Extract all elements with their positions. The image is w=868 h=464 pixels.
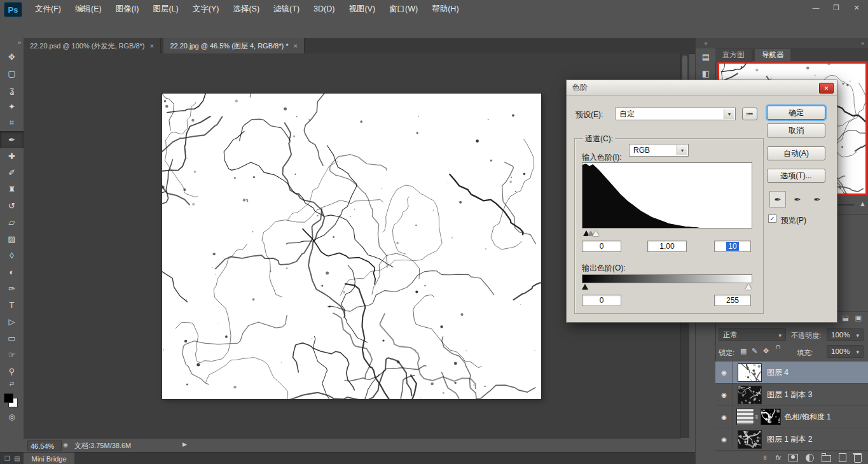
lock-pixels-icon[interactable]: ✎: [752, 347, 757, 355]
auto-button[interactable]: 自动(A): [767, 146, 825, 160]
panel-option-icon[interactable]: ⬓: [842, 314, 848, 322]
layer-thumbnail[interactable]: [738, 364, 761, 381]
menu-image[interactable]: 图像(I): [109, 0, 146, 18]
histogram-panel-icon[interactable]: ▤: [696, 48, 716, 65]
menu-filter[interactable]: 滤镜(T): [266, 0, 307, 18]
lock-transparency-icon[interactable]: ▦: [740, 347, 747, 355]
path-selection-tool[interactable]: ▷: [0, 313, 24, 330]
menu-view[interactable]: 视图(V): [341, 0, 382, 18]
foreground-color-swatch[interactable]: [4, 394, 13, 402]
ok-button[interactable]: 确定: [767, 106, 825, 120]
zoom-level-field[interactable]: 46.54%: [27, 440, 62, 451]
timeline-panel-icon[interactable]: ▤: [14, 455, 20, 462]
dialog-close-button[interactable]: ✕: [819, 83, 834, 94]
brush-tool[interactable]: ✐: [0, 164, 24, 181]
status-expand-icon[interactable]: ▶: [183, 441, 187, 447]
restore-button[interactable]: ❒: [826, 1, 846, 15]
input-gamma-field[interactable]: 1.00: [647, 241, 687, 252]
blur-tool[interactable]: ◊: [0, 247, 24, 264]
dodge-tool[interactable]: ◐: [0, 264, 24, 280]
layer-row-copy2[interactable]: ◉ 图层 1 副本 2: [715, 428, 868, 451]
history-brush-tool[interactable]: ↺: [0, 197, 24, 214]
cancel-button[interactable]: 取消: [767, 123, 825, 137]
output-highlight-slider[interactable]: [745, 284, 752, 290]
output-shadow-slider[interactable]: [582, 284, 588, 290]
input-highlight-slider[interactable]: [593, 230, 599, 236]
swap-colors-icon[interactable]: ⇄: [0, 381, 24, 387]
clone-stamp-tool[interactable]: ♜: [0, 181, 24, 197]
preview-checkbox[interactable]: ✓: [768, 214, 776, 223]
move-tool[interactable]: ✥: [0, 48, 24, 65]
gray-point-dropper[interactable]: ✒: [789, 191, 806, 207]
document-image[interactable]: [162, 94, 541, 399]
document-tab-psd[interactable]: 22.20.psd @ 100% (外发光, RGB/8*) ×: [24, 38, 161, 53]
adjustment-layer-icon[interactable]: [737, 409, 754, 425]
type-tool[interactable]: T: [0, 297, 24, 313]
black-point-dropper[interactable]: ✒: [769, 191, 786, 207]
white-point-dropper[interactable]: ✒: [809, 191, 825, 207]
tab-close-icon[interactable]: ×: [293, 42, 297, 50]
lock-position-icon[interactable]: ✥: [763, 347, 769, 355]
zoom-in-icon[interactable]: ▲: [859, 200, 866, 207]
tab-histogram[interactable]: 直方图: [715, 49, 752, 62]
menu-window[interactable]: 窗口(W): [382, 0, 425, 18]
mask-link-icon[interactable]: ∞: [754, 415, 760, 419]
toolbar-expand-icon[interactable]: »: [0, 38, 21, 47]
new-group-icon[interactable]: [822, 455, 831, 462]
menu-layer[interactable]: 图层(L): [146, 0, 185, 18]
hand-tool[interactable]: ☞: [0, 346, 24, 363]
menu-help[interactable]: 帮助(H): [425, 0, 465, 18]
layer-thumbnail[interactable]: [738, 431, 761, 448]
visibility-toggle[interactable]: ◉: [715, 428, 733, 450]
menu-3d[interactable]: 3D(D): [307, 0, 341, 18]
dialog-title-bar[interactable]: 色阶: [567, 80, 837, 95]
fill-field[interactable]: 100%: [827, 345, 864, 358]
layer-row-4[interactable]: ◉ 图层 4: [715, 362, 868, 384]
delete-layer-icon[interactable]: [854, 454, 862, 463]
panel-delete-icon[interactable]: ▣: [855, 314, 862, 322]
layer-style-icon[interactable]: fx: [775, 454, 781, 461]
layer-mask-thumbnail[interactable]: [761, 409, 780, 425]
tab-close-icon[interactable]: ×: [150, 42, 154, 50]
tab-navigator[interactable]: 导航器: [755, 49, 791, 62]
close-button[interactable]: ✕: [846, 1, 867, 15]
collapse-panels-icon[interactable]: »: [861, 40, 864, 46]
preset-options-button[interactable]: ≔: [742, 108, 757, 120]
input-highlight-field[interactable]: 10: [714, 241, 751, 252]
marquee-tool[interactable]: ▢: [0, 65, 24, 81]
quick-selection-tool[interactable]: ✦: [0, 98, 24, 115]
expand-panels-icon[interactable]: «: [696, 38, 716, 48]
crop-tool[interactable]: ⌗: [0, 115, 24, 131]
mini-bridge-launch-icon[interactable]: ❒: [4, 455, 10, 462]
menu-type[interactable]: 文字(Y): [186, 0, 226, 18]
spot-healing-tool[interactable]: ✚: [0, 148, 24, 164]
layer-name[interactable]: 色相/饱和度 1: [784, 412, 830, 423]
visibility-toggle[interactable]: ◉: [715, 406, 733, 428]
layer-thumbnail[interactable]: [738, 386, 761, 404]
lasso-tool[interactable]: ʓ: [0, 81, 24, 98]
layer-name[interactable]: 图层 4: [767, 367, 789, 378]
menu-file[interactable]: 文件(F): [28, 0, 68, 18]
menu-select[interactable]: 选择(S): [226, 0, 266, 18]
output-highlight-field[interactable]: 255: [714, 295, 751, 306]
link-layers-icon[interactable]: ∞: [762, 455, 769, 460]
layer-name[interactable]: 图层 1 副本 2: [767, 434, 812, 445]
new-layer-icon[interactable]: [839, 453, 846, 462]
layer-row-hue-sat[interactable]: ◉ ∞ 色相/饱和度 1: [715, 406, 868, 428]
opacity-field[interactable]: 100%: [827, 328, 864, 341]
blend-mode-dropdown[interactable]: 正常: [719, 328, 786, 341]
minimize-button[interactable]: —: [806, 1, 826, 15]
zoom-tool[interactable]: ⚲: [0, 363, 24, 379]
menu-edit[interactable]: 编辑(E): [68, 0, 109, 18]
input-shadow-field[interactable]: 0: [582, 241, 621, 252]
pen-tool[interactable]: ✑: [0, 280, 24, 297]
quick-mask-icon[interactable]: ◎: [0, 412, 24, 421]
rectangle-tool[interactable]: ▭: [0, 330, 24, 346]
output-shadow-field[interactable]: 0: [582, 295, 621, 306]
document-tab-jpg[interactable]: 22.20.jpg @ 46.5% (图层 4, RGB/8*) * ×: [163, 38, 304, 53]
mini-bridge-tab[interactable]: Mini Bridge: [24, 453, 74, 464]
visibility-toggle[interactable]: ◉: [715, 384, 733, 405]
layer-name[interactable]: 图层 1 副本 3: [767, 390, 812, 400]
add-adjustment-icon[interactable]: [806, 454, 814, 462]
eraser-tool[interactable]: ▱: [0, 214, 24, 230]
